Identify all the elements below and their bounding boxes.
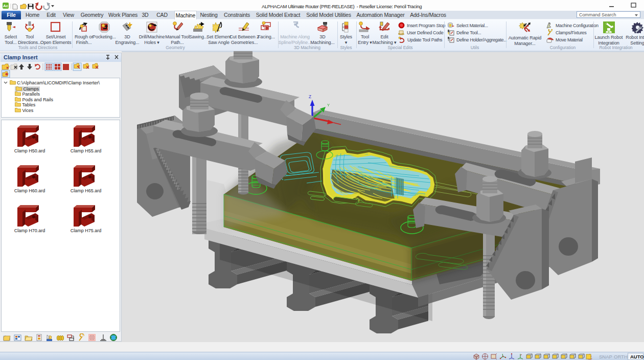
svg-text:Clamp H55.ard: Clamp H55.ard [71,148,102,153]
svg-text:Clamp H70.ard: Clamp H70.ard [14,228,45,233]
svg-text:Ac: Ac [3,4,9,8]
svg-text:Clamp H60.ard: Clamp H60.ard [14,188,45,193]
svg-text:Clamp H65.ard: Clamp H65.ard [71,188,102,193]
svg-text:Z: Z [309,94,311,99]
svg-text:Clamp H50.ard: Clamp H50.ard [14,148,45,153]
svg-text:Clamp H75.ard: Clamp H75.ard [71,228,102,233]
svg-text:Y: Y [327,103,330,107]
